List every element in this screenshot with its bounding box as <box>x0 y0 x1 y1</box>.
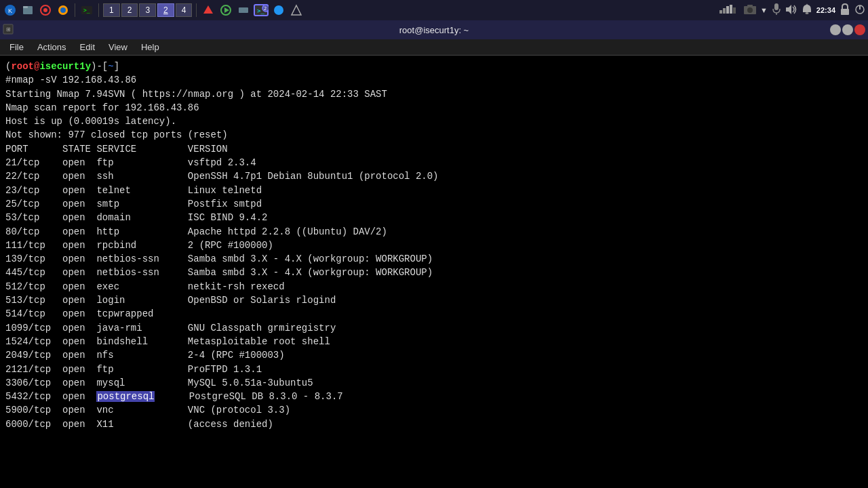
port-row-445: 445/tcp open netbios-ssn Samba smbd 3.X … <box>5 266 863 279</box>
taskbar-right: ▼ 22:34 <box>719 3 865 17</box>
port-row-3306: 3306/tcp open mysql MySQL 5.0.51a-3ubunt… <box>5 376 863 390</box>
port-row-1099: 1099/tcp open java-rmi GNU Classpath grm… <box>5 321 863 335</box>
port-row-513: 513/tcp open login OpenBSD or Solaris rl… <box>5 293 863 307</box>
svg-point-5 <box>43 8 47 12</box>
svg-point-31 <box>805 12 808 14</box>
taskbar: K >_ 1 2 3 2 4 >_2 <box>0 0 868 20</box>
port-row-5900: 5900/tcp open vnc VNC (protocol 3.3) <box>5 403 863 417</box>
prompt-open-paren: ( <box>5 60 11 73</box>
power-icon[interactable] <box>854 4 865 16</box>
prompt-user: root <box>11 60 34 73</box>
port-row-512: 512/tcp open exec netkit-rsh rexecd <box>5 280 863 293</box>
port-row-2049: 2049/tcp open nfs 2-4 (RPC #100003) <box>5 348 863 362</box>
scan-report-line: Nmap scan report for 192.168.43.86 <box>5 101 863 115</box>
port-row-5432: 5432/tcp open postgresql PostgreSQL DB 8… <box>5 390 863 403</box>
svg-text:>_: >_ <box>83 7 90 14</box>
svg-rect-13 <box>239 7 248 13</box>
port-row-514: 514/tcp open tcpwrapped <box>5 307 863 321</box>
svg-rect-21 <box>723 8 726 14</box>
svg-rect-24 <box>733 7 736 14</box>
postgresql-highlight: postgresql <box>96 391 155 402</box>
port-row-23: 23/tcp open telnet Linux telnetd <box>5 184 863 197</box>
prompt-line: (root@isecurt1y)-[~] <box>5 60 863 73</box>
port-row-80: 80/tcp open http Apache httpd 2.2.8 ((Ub… <box>5 225 863 239</box>
camera-icon[interactable] <box>744 5 756 16</box>
svg-text:⊞: ⊞ <box>6 26 11 33</box>
kali-icon[interactable]: K <box>3 3 18 18</box>
window-title: root@isecurt1y: ~ <box>399 25 469 35</box>
network-icon[interactable] <box>719 5 740 16</box>
svg-rect-20 <box>719 10 722 14</box>
tab-4-active[interactable]: 2 <box>157 3 174 17</box>
port-row-21: 21/tcp open ftp vsftpd 2.3.4 <box>5 156 863 169</box>
maximize-button[interactable] <box>842 24 853 35</box>
prompt-close-paren: )-[ <box>91 60 108 73</box>
terminal-icon-1[interactable]: >_ <box>79 3 94 18</box>
close-button[interactable] <box>854 24 865 35</box>
port-row-139: 139/tcp open netbios-ssn Samba smbd 3.X … <box>5 252 863 266</box>
svg-rect-28 <box>774 3 778 10</box>
prompt-hash: # <box>5 73 11 87</box>
terminal-active-icon[interactable]: >_2 <box>254 3 269 18</box>
port-header-line: PORT STATE SERVICE VERSION <box>5 142 863 156</box>
port-row-2121: 2121/tcp open ftp ProFTPD 1.3.1 <box>5 363 863 376</box>
svg-rect-3 <box>23 6 28 8</box>
titlebar-system-icon: ⊞ <box>3 24 14 37</box>
terminal-tabs: 1 2 3 2 4 <box>103 3 192 17</box>
closed-text: closed <box>91 129 125 140</box>
taskbar-separator-3 <box>196 3 197 17</box>
menu-edit[interactable]: Edit <box>73 41 102 54</box>
prompt-dir: ~ <box>108 60 113 73</box>
prompt-host: isecurt1y <box>39 60 91 73</box>
terminal-output[interactable]: (root@isecurt1y)-[~] # nmap -sV 192.168.… <box>0 56 868 488</box>
mic-icon[interactable] <box>772 3 781 17</box>
command-line: # nmap -sV 192.168.43.86 <box>5 73 863 87</box>
svg-rect-22 <box>726 6 729 14</box>
svg-marker-19 <box>292 5 301 15</box>
misc-icon-1[interactable] <box>201 3 216 18</box>
tab-5[interactable]: 4 <box>176 3 193 17</box>
menu-help[interactable]: Help <box>134 41 166 54</box>
minimize-button[interactable] <box>830 24 841 35</box>
bell-icon[interactable] <box>802 3 812 17</box>
port-row-1524: 1524/tcp open bindshell Metasploitable r… <box>5 335 863 348</box>
menu-actions[interactable]: Actions <box>31 41 73 54</box>
svg-text:2: 2 <box>264 6 267 12</box>
port-row-111: 111/tcp open rpcbind 2 (RPC #100000) <box>5 239 863 252</box>
svg-marker-12 <box>224 7 229 13</box>
port-row-22: 22/tcp open ssh OpenSSH 4.7p1 Debian 8ub… <box>5 169 863 183</box>
svg-point-7 <box>60 7 66 13</box>
misc-icon-4[interactable] <box>271 3 286 18</box>
svg-point-18 <box>274 5 283 15</box>
port-row-25: 25/tcp open smtp Postfix smtpd <box>5 197 863 211</box>
svg-text:K: K <box>8 7 12 14</box>
svg-marker-10 <box>203 5 213 14</box>
port-row-6000: 6000/tcp open X11 (access denied) <box>5 418 863 431</box>
menu-view[interactable]: View <box>102 41 134 54</box>
taskbar-separator-1 <box>75 3 75 17</box>
misc-icon-3[interactable] <box>236 3 251 18</box>
port-row-53: 53/tcp open domain ISC BIND 9.4.2 <box>5 211 863 224</box>
lock-icon[interactable] <box>840 3 850 17</box>
volume-icon[interactable] <box>785 4 797 16</box>
not-shown-line: Not shown: 977 closed tcp ports (reset) <box>5 128 863 142</box>
tab-2[interactable]: 2 <box>121 3 138 17</box>
taskbar-separator-2 <box>98 3 99 17</box>
firefox-icon[interactable] <box>56 3 71 18</box>
svg-marker-30 <box>786 5 791 14</box>
svg-rect-32 <box>841 9 849 15</box>
tab-3[interactable]: 3 <box>139 3 156 17</box>
prompt-at: @ <box>34 60 39 73</box>
files-icon[interactable] <box>20 3 35 18</box>
prompt-bracket-close: ] <box>114 60 119 73</box>
menu-file[interactable]: File <box>3 41 31 54</box>
tab-1[interactable]: 1 <box>103 3 120 17</box>
command-text: nmap -sV 192.168.43.86 <box>11 73 136 87</box>
browser-red-icon[interactable] <box>38 3 53 18</box>
svg-rect-27 <box>747 5 753 7</box>
svg-point-26 <box>747 7 753 13</box>
dropdown-icon[interactable]: ▼ <box>760 6 768 14</box>
misc-icon-5[interactable] <box>289 3 304 18</box>
misc-icon-2[interactable] <box>218 3 233 18</box>
titlebar: ⊞ root@isecurt1y: ~ <box>0 20 868 39</box>
